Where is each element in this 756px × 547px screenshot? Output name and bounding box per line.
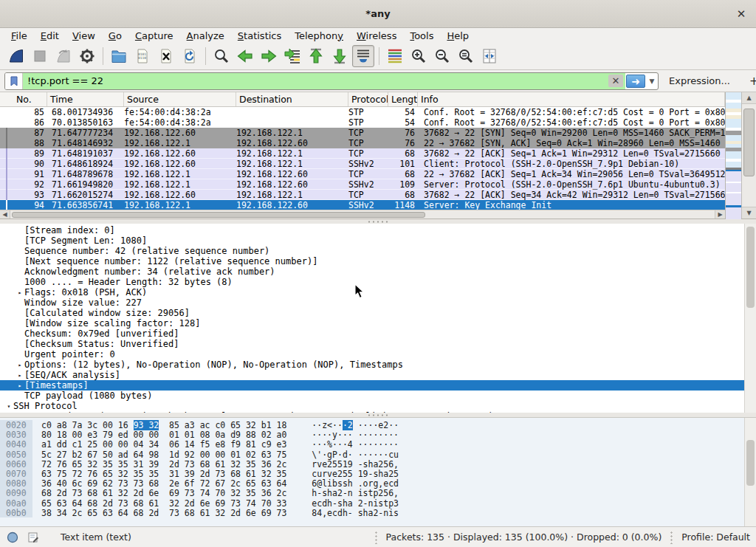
detail-line[interactable]: Sequence number: 42 (relative sequence n…	[0, 246, 744, 256]
detail-line[interactable]: ▸[SEQ/ACK analysis]	[0, 370, 744, 380]
column-header-protocol[interactable]: Protocol	[348, 92, 388, 106]
detail-line[interactable]: [Stream index: 0]	[0, 225, 744, 235]
collapsed-arrow-icon[interactable]: ▸	[16, 362, 24, 368]
close-file-icon[interactable]	[155, 45, 177, 67]
zoom-reset-icon[interactable]	[455, 45, 477, 67]
packet-row-91[interactable]: 9171.648789678192.168.122.1192.168.122.6…	[0, 169, 725, 179]
packet-list-vscrollbar[interactable]: ▲ ▼	[741, 92, 756, 219]
menu-view[interactable]: View	[66, 30, 102, 42]
detail-line[interactable]: [Window size scaling factor: 128]	[0, 318, 744, 328]
hex-bytes[interactable]: 36 40 6c 69 62 73 73 68 2e 6f 72 67 2c 6…	[32, 478, 286, 488]
column-header-info[interactable]: Info	[418, 92, 725, 106]
hex-bytes[interactable]: c0 a8 7a 3c 00 16 93 32 85 a3 ac c0 65 3…	[32, 420, 286, 430]
filter-dropdown-button[interactable]: ▼	[646, 73, 658, 89]
hex-vscroll-thumb[interactable]	[746, 440, 755, 486]
hex-ascii[interactable]: ···%···4 ········	[286, 439, 399, 449]
details-vscroll-thumb[interactable]	[746, 227, 755, 308]
collapsed-arrow-icon[interactable]: ▸	[16, 372, 24, 379]
title-bar[interactable]: *any ✕	[0, 0, 756, 28]
go-last-icon[interactable]	[329, 45, 351, 67]
hex-ascii[interactable]: 6@libssh .org,ecd	[286, 478, 399, 488]
detail-line[interactable]: Acknowledgment number: 34 (relative ack …	[0, 266, 744, 277]
colorize-packets-icon[interactable]	[384, 45, 406, 67]
hex-bytes[interactable]: 72 76 65 32 35 35 31 39 2d 73 68 61 32 3…	[32, 459, 286, 469]
detail-line[interactable]: [Calculated window size: 29056]	[0, 308, 744, 318]
hex-bytes[interactable]: 68 2d 73 68 61 32 2d 6e 69 73 74 70 32 3…	[32, 488, 286, 498]
filter-apply-button[interactable]: ➜	[626, 75, 645, 88]
go-first-icon[interactable]	[305, 45, 327, 67]
zoom-in-icon[interactable]	[408, 45, 430, 67]
hex-ascii[interactable]: ··z<···2 ····e2··	[286, 420, 399, 430]
scroll-right-icon[interactable]: ▶	[715, 210, 725, 219]
capture-comment-icon[interactable]	[27, 531, 40, 544]
hex-ascii[interactable]: rve25519 -sha256,	[286, 459, 399, 469]
filter-clear-button[interactable]: ✕	[606, 73, 625, 89]
detail-line[interactable]: TCP payload (1080 bytes)	[0, 391, 744, 401]
hex-bytes[interactable]: 38 34 2c 65 63 64 68 2d 73 68 61 32 2d 6…	[32, 508, 286, 517]
hex-row-0080[interactable]: 008036 40 6c 69 62 73 73 68 2e 6f 72 67 …	[0, 478, 744, 488]
detail-line[interactable]: [Checksum Status: Unverified]	[0, 339, 744, 349]
packet-list-hscrollbar[interactable]: ◀ ▶	[0, 210, 725, 219]
menu-tools[interactable]: Tools	[403, 30, 440, 42]
detail-line[interactable]: [Next sequence number: 1122 (relative se…	[0, 256, 744, 266]
hex-row-00b0[interactable]: 00b038 34 2c 65 63 64 68 2d 73 68 61 32 …	[0, 508, 744, 517]
menu-help[interactable]: Help	[440, 30, 475, 42]
hex-row-0030[interactable]: 003080 18 00 e3 79 ed 00 00 01 01 08 0a …	[0, 430, 744, 439]
hex-ascii[interactable]: \'·gP·d· ······cu	[286, 450, 399, 459]
zoom-out-icon[interactable]	[431, 45, 453, 67]
menu-edit[interactable]: Edit	[34, 30, 66, 42]
vscroll-track[interactable]	[742, 104, 756, 207]
hscroll-thumb[interactable]	[12, 212, 425, 218]
hex-ascii[interactable]: ····y··· ········	[286, 430, 399, 439]
detail-line[interactable]: 1000 .... = Header Length: 32 bytes (8)	[0, 277, 744, 287]
hex-bytes[interactable]: 63 75 72 76 65 32 35 35 31 39 2d 73 68 6…	[32, 469, 286, 478]
resize-columns-icon[interactable]	[478, 45, 501, 67]
collapsed-arrow-icon[interactable]: ▸	[16, 382, 24, 389]
packet-row-93[interactable]: 9371.662015274192.168.122.60192.168.122.…	[0, 190, 725, 200]
detail-line[interactable]: Window size value: 227	[0, 297, 744, 308]
scroll-up-icon[interactable]: ▲	[742, 92, 756, 104]
intelligent-scrollbar-minimap[interactable]	[725, 92, 741, 219]
hex-ascii[interactable]: curve255 19-sha25	[286, 469, 399, 478]
hex-row-0040[interactable]: 0040a1 dd c1 25 00 00 04 34 06 14 f5 e8 …	[0, 439, 744, 449]
expert-info-icon[interactable]	[6, 531, 19, 544]
detail-line[interactable]: [TCP Segment Len: 1080]	[0, 235, 744, 246]
detail-line[interactable]: Checksum: 0x79ed [unverified]	[0, 328, 744, 339]
detail-line[interactable]: ▾SSH Protocol	[0, 401, 744, 411]
packet-row-88[interactable]: 8871.648146932192.168.122.1192.168.122.6…	[0, 138, 725, 148]
hex-ascii[interactable]: 84,ecdh- sha2-nis	[286, 508, 399, 517]
save-file-icon[interactable]: 01010110	[131, 45, 154, 67]
reload-file-icon[interactable]	[179, 45, 201, 67]
scroll-down-icon[interactable]: ▼	[742, 207, 756, 219]
menu-wireless[interactable]: Wireless	[350, 30, 403, 42]
packet-row-86[interactable]: 8670.013850163fe:54:00:d4:38:2aSTP54Conf…	[0, 117, 725, 128]
menu-analyze[interactable]: Analyze	[180, 30, 231, 42]
menu-go[interactable]: Go	[102, 30, 128, 42]
hex-row-0050[interactable]: 00505c 27 b2 67 50 ad 64 98 1d 92 00 00 …	[0, 450, 744, 459]
column-header-source[interactable]: Source	[124, 92, 236, 106]
filter-bookmark-icon[interactable]	[5, 73, 23, 89]
column-header-no[interactable]: No.	[13, 92, 47, 106]
packet-row-87[interactable]: 8771.647777234192.168.122.60192.168.122.…	[0, 128, 725, 138]
detail-line[interactable]: ▸[Timestamps]	[0, 380, 744, 391]
profile-text[interactable]: Profile: Default	[681, 531, 750, 543]
detail-line[interactable]: ▸Options: (12 bytes), No-Operation (NOP)…	[0, 359, 744, 370]
expanded-arrow-icon[interactable]: ▾	[4, 403, 13, 410]
close-window-button[interactable]: ✕	[734, 7, 749, 21]
details-vscrollbar[interactable]	[744, 224, 756, 413]
expression-button[interactable]: Expression...	[669, 75, 730, 86]
column-header-length[interactable]: Length	[388, 92, 418, 106]
go-to-packet-icon[interactable]	[281, 45, 303, 67]
open-file-icon[interactable]	[108, 45, 130, 67]
hex-bytes[interactable]: a1 dd c1 25 00 00 04 34 06 14 f5 e8 f9 8…	[32, 439, 286, 449]
find-packet-icon[interactable]	[210, 45, 233, 67]
collapsed-arrow-icon[interactable]: ▸	[16, 289, 24, 296]
packet-row-92[interactable]: 9271.661949820192.168.122.1192.168.122.6…	[0, 179, 725, 190]
hex-bytes[interactable]: 65 63 64 68 2d 73 68 61 32 2d 6e 69 73 7…	[32, 498, 286, 508]
column-header-destination[interactable]: Destination	[236, 92, 348, 106]
go-forward-icon[interactable]	[258, 45, 280, 67]
packet-row-90[interactable]: 9071.648618924192.168.122.60192.168.122.…	[0, 159, 725, 169]
start-capture-icon[interactable]	[5, 45, 27, 67]
scroll-left-icon[interactable]: ◀	[0, 210, 10, 219]
menu-file[interactable]: File	[4, 30, 34, 42]
